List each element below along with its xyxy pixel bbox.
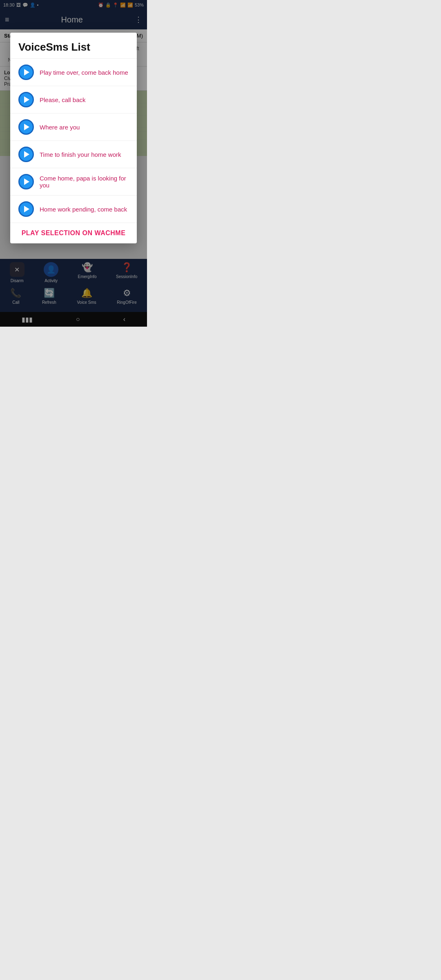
voice-item-text-3: Where are you <box>40 124 80 131</box>
voice-item-text-6: Home work pending, come back <box>40 206 127 213</box>
play-icon-1 <box>24 69 29 76</box>
list-item[interactable]: Please, call back <box>10 86 137 113</box>
play-icon-5 <box>24 178 29 185</box>
play-icon-4 <box>24 151 29 158</box>
play-button-1[interactable] <box>18 65 34 80</box>
list-item[interactable]: Home work pending, come back <box>10 195 137 223</box>
list-item[interactable]: Come home, papa is looking for you <box>10 168 137 195</box>
list-item[interactable]: Where are you <box>10 113 137 140</box>
voice-item-text-5: Come home, papa is looking for you <box>40 175 129 189</box>
voicesms-modal: VoiceSms List Play time over, come back … <box>10 33 137 243</box>
voice-item-text-2: Please, call back <box>40 96 86 103</box>
modal-overlay: VoiceSms List Play time over, come back … <box>0 0 147 327</box>
voice-item-text-4: Time to finish your home work <box>40 151 121 158</box>
play-icon-3 <box>24 124 29 130</box>
play-button-2[interactable] <box>18 92 34 107</box>
play-icon-2 <box>24 96 29 103</box>
list-item[interactable]: Play time over, come back home <box>10 58 137 86</box>
modal-footer: PLAY SELECTION ON WACHME <box>10 223 137 243</box>
play-icon-6 <box>24 206 29 212</box>
voice-list: Play time over, come back home Please, c… <box>10 58 137 223</box>
play-button-6[interactable] <box>18 201 34 217</box>
play-selection-button[interactable]: PLAY SELECTION ON WACHME <box>22 229 126 237</box>
voice-item-text-1: Play time over, come back home <box>40 69 128 76</box>
play-button-3[interactable] <box>18 119 34 135</box>
play-button-4[interactable] <box>18 147 34 162</box>
list-item[interactable]: Time to finish your home work <box>10 140 137 168</box>
play-button-5[interactable] <box>18 174 34 189</box>
modal-title: VoiceSms List <box>10 33 137 58</box>
